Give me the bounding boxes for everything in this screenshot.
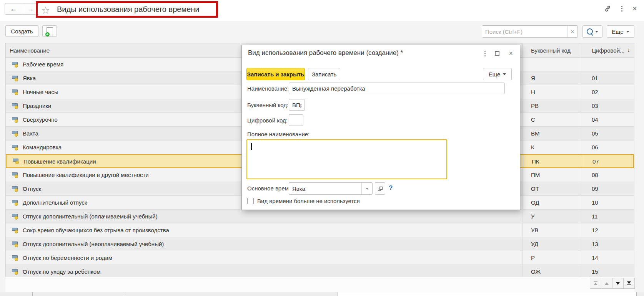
favorite-star-icon[interactable]: ☆ [41,4,50,17]
row-name: Повышение квалификации в другой местност… [23,172,149,178]
row-numeric-code: 10 [581,196,634,209]
row-numeric-code: 07 [582,155,634,167]
row-letter-code [523,58,581,71]
catalog-item-icon [12,213,20,220]
row-numeric-code: 06 [581,141,634,154]
open-in-form-icon [378,187,382,191]
catalog-item-icon [12,103,20,109]
dialog-more-button[interactable]: Еще [483,68,512,80]
row-letter-code: Я [523,71,581,85]
search-box: ✕ [482,25,578,38]
row-numeric-code: 11 [581,210,634,223]
letter-code-field[interactable] [289,99,305,111]
row-name: Ночные часы [23,89,58,95]
forward-button[interactable]: → [22,3,39,14]
list-more-button[interactable]: Еще [607,25,634,38]
scroll-down-button[interactable] [612,278,624,289]
row-name: Рабочее время [23,61,63,68]
scroll-up-button[interactable] [601,278,612,289]
column-header-letter-code[interactable]: Буквенный код [523,43,581,57]
combo-dropdown-button[interactable] [361,183,372,194]
get-link-icon[interactable] [604,5,611,12]
text-cursor [251,143,252,150]
row-letter-code: ПМ [523,168,581,182]
catalog-item-icon [13,158,20,164]
letter-code-field-label: Буквенный код: [247,102,288,108]
chevron-down-icon [366,188,369,190]
catalog-item-icon [12,241,20,247]
name-field[interactable] [289,83,505,94]
row-numeric-code: 15 [581,265,634,277]
save-button[interactable]: Записать [308,68,340,80]
row-name: Сокр.время обучающихся без отрыва от про… [23,227,169,233]
table-row[interactable]: Отпуск по уходу за ребенкомОЖ15 [6,265,634,277]
row-letter-code: У [523,210,581,223]
catalog-item-icon [12,144,20,150]
row-name: Отпуск дополнительный (оплачиваемый учеб… [23,213,158,220]
scroll-bottom-icon [627,284,631,285]
back-button[interactable]: ← [5,3,22,14]
catalog-item-icon [12,117,20,123]
scroll-to-top-button[interactable] [590,278,601,289]
row-numeric-code: 12 [581,223,634,237]
window-menu-kebab-icon[interactable] [621,6,622,12]
numeric-code-field[interactable] [289,114,303,126]
sort-descending-icon: ↓ [627,46,631,53]
table-row[interactable]: Отпуск дополнительный (оплачиваемый учеб… [6,210,634,223]
row-letter-code: ОЖ [523,265,581,277]
window-close-icon[interactable]: × [632,5,637,12]
row-name: Отпуск дополнительный (неоплачиваемый уч… [23,241,164,247]
new-document-icon: + [47,27,53,35]
row-name: Вахта [23,130,38,137]
main-time-value: Явка [289,185,361,192]
triangle-down-icon [627,281,631,284]
table-row[interactable]: Отпуск по беременности и родамР14 [6,251,634,265]
dialog-close-icon[interactable]: × [509,50,513,57]
main-time-combobox[interactable]: Явка [289,182,373,195]
row-name-cell: Отпуск дополнительный (оплачиваемый учеб… [6,210,523,223]
row-letter-code: УД [523,237,581,251]
not-used-checkbox-row[interactable]: Вид времени больше не используется [247,198,360,204]
app-window: ← → ☆ Виды использования рабочего времен… [0,0,644,296]
row-numeric-code: 14 [581,251,634,265]
dialog-maximize-icon[interactable] [495,51,499,56]
more-label: Еще [612,28,624,35]
row-name: Отпуск [23,185,41,192]
bottom-strip-segment [124,292,338,296]
row-numeric-code [581,58,634,71]
search-button[interactable] [582,25,602,38]
row-name: Сверхурочно [23,116,58,123]
table-footer-area [5,277,634,292]
table-row[interactable]: Отпуск дополнительный (неоплачиваемый уч… [6,237,634,251]
row-letter-code: УВ [523,223,581,237]
row-name: Повышение квалификации [23,158,96,165]
row-name: Дополнительный отпуск [23,199,87,206]
catalog-item-icon [12,186,20,192]
row-letter-code: ПК [523,155,582,167]
scroll-to-bottom-button[interactable] [623,278,635,289]
full-name-textarea[interactable] [246,139,447,179]
row-name-cell: Отпуск по уходу за ребенком [6,265,523,277]
checkbox-unchecked[interactable] [247,198,254,204]
dialog-window-controls: × [484,50,513,57]
create-new-group-button[interactable]: + [42,25,57,37]
column-header-numeric-code[interactable]: Цифровой... [581,43,635,57]
table-row[interactable]: Сокр.время обучающихся без отрыва от про… [6,223,634,237]
catalog-item-icon [12,131,20,137]
row-name-cell: Сокр.время обучающихся без отрыва от про… [6,223,523,237]
window-icons: × [604,5,637,12]
save-and-close-button[interactable]: Записать и закрыть [246,68,305,80]
row-letter-code: С [523,113,581,126]
search-input[interactable] [482,28,567,35]
create-button[interactable]: Создать [5,25,38,37]
open-value-button[interactable] [375,182,385,195]
row-letter-code: РВ [523,99,581,112]
dialog-more-label: Еще [489,71,501,78]
chevron-down-icon [626,31,629,33]
dialog-menu-kebab-icon[interactable] [484,51,486,56]
help-icon[interactable]: ? [389,184,393,192]
full-name-field-label: Полное наименование: [247,131,310,137]
search-clear-icon[interactable]: ✕ [567,26,577,37]
history-nav: ← → [5,3,39,15]
triangle-down-icon [616,282,620,285]
